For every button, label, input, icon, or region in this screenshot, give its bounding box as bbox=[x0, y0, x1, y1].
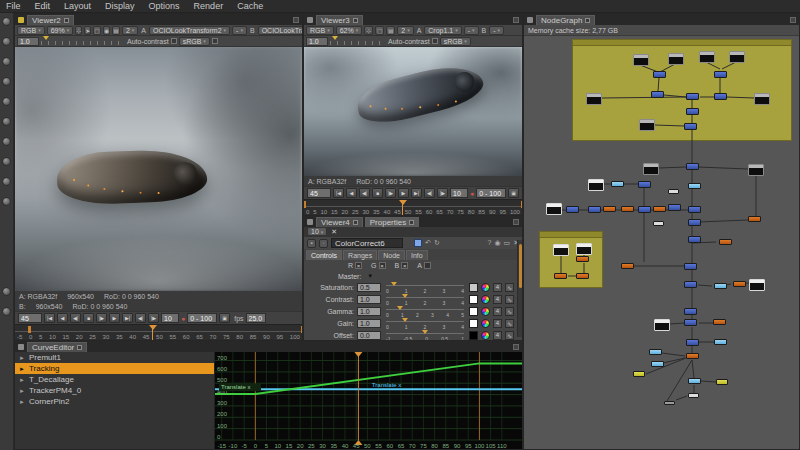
menu-layout[interactable]: Layout bbox=[64, 0, 91, 13]
split-channels-button[interactable]: 4 bbox=[493, 319, 502, 328]
tab-menu-icon[interactable] bbox=[77, 345, 82, 350]
transform-node-16[interactable] bbox=[686, 163, 699, 170]
tool-icon-11[interactable] bbox=[2, 287, 11, 296]
close-all-icon[interactable]: ✕ bbox=[331, 228, 337, 236]
channel-checkbox-b[interactable]: × bbox=[401, 262, 408, 269]
transform-node-35[interactable] bbox=[688, 236, 701, 243]
color-swatch[interactable] bbox=[469, 319, 478, 328]
a-input-dropdown[interactable]: OCIOLookTransform2▾ bbox=[149, 26, 230, 35]
transform-node-49[interactable] bbox=[684, 319, 697, 326]
tab-menu-icon[interactable] bbox=[409, 220, 414, 225]
tab-properties[interactable]: Properties bbox=[365, 217, 419, 227]
panel-float-icon[interactable] bbox=[513, 219, 519, 225]
slider-handle[interactable] bbox=[397, 306, 403, 310]
skip-forward-button[interactable]: |▶ bbox=[148, 313, 159, 323]
transform-node-33[interactable] bbox=[688, 219, 701, 226]
range-out-marker[interactable] bbox=[301, 326, 302, 333]
panel-float-icon[interactable] bbox=[513, 17, 519, 23]
channels-dropdown[interactable]: RGB▾ bbox=[17, 26, 45, 35]
expand-arrow-icon[interactable]: ► bbox=[19, 366, 25, 372]
transform-node-5[interactable] bbox=[653, 71, 666, 78]
viewer-lut-dropdown[interactable]: sRGB▾ bbox=[179, 37, 210, 46]
tab-menu-icon[interactable] bbox=[585, 18, 590, 23]
panel-float-icon[interactable] bbox=[790, 17, 796, 23]
dot-node-60[interactable] bbox=[688, 393, 699, 398]
tool-icon-12[interactable] bbox=[2, 307, 11, 316]
gl-color-swatch[interactable] bbox=[414, 239, 422, 247]
grade-node-29[interactable] bbox=[653, 206, 666, 212]
node-tab-ranges[interactable]: Ranges bbox=[343, 250, 377, 260]
slider-value-field[interactable] bbox=[357, 331, 381, 340]
roi-icon[interactable]: ▢ bbox=[93, 26, 101, 35]
last-frame-button[interactable]: ▶| bbox=[411, 188, 422, 198]
first-frame-button[interactable]: |◀ bbox=[44, 313, 55, 323]
auto-contrast-checkbox[interactable] bbox=[171, 38, 177, 44]
zoom-dropdown[interactable]: 62%▾ bbox=[336, 26, 363, 35]
transform-node-12[interactable] bbox=[686, 108, 699, 115]
revert-icon[interactable]: ↶ bbox=[425, 239, 431, 247]
viewer-node-59[interactable] bbox=[716, 379, 728, 385]
node-color-icon[interactable]: ▪ bbox=[307, 239, 316, 248]
zebra-icon[interactable]: ◉ bbox=[103, 26, 110, 35]
curve-list-item-premult1[interactable]: ►Premult1 bbox=[15, 352, 214, 363]
slider-handle[interactable] bbox=[391, 282, 397, 286]
prev-keyframe-button[interactable]: ◀ bbox=[57, 313, 68, 323]
frame-range-field[interactable] bbox=[476, 188, 506, 198]
panel-float-icon[interactable] bbox=[293, 17, 299, 23]
center-node-icon[interactable]: ◦ bbox=[319, 239, 328, 248]
curve-list-item-t_decallage[interactable]: ►T_Decallage bbox=[15, 374, 214, 385]
grade-node-34[interactable] bbox=[748, 216, 761, 222]
read-node-38[interactable] bbox=[576, 243, 592, 255]
menu-display[interactable]: Display bbox=[105, 0, 135, 13]
split-channels-button[interactable]: 4 bbox=[493, 307, 502, 316]
tool-icon-9[interactable] bbox=[2, 177, 11, 186]
tab-menu-icon[interactable] bbox=[353, 18, 358, 23]
transform-node-48[interactable] bbox=[684, 308, 697, 315]
tool-icon-8[interactable] bbox=[2, 157, 11, 166]
slider-handle[interactable] bbox=[402, 294, 408, 298]
read-node-13[interactable] bbox=[639, 119, 655, 131]
gain-field[interactable] bbox=[17, 37, 39, 46]
color-wheel-icon[interactable] bbox=[481, 319, 490, 328]
properties-scrollbar[interactable] bbox=[517, 240, 522, 337]
read-node-47[interactable] bbox=[749, 279, 765, 291]
transform-node-44[interactable] bbox=[684, 281, 697, 288]
frame-increment-field[interactable] bbox=[450, 188, 468, 198]
curve-list-item-tracking[interactable]: ►Tracking bbox=[15, 363, 214, 374]
playback-mode-icon[interactable]: ● bbox=[181, 315, 185, 322]
grade-node-27[interactable] bbox=[621, 206, 634, 212]
tab-curve-editor[interactable]: CurveEditor bbox=[27, 342, 87, 352]
read-node-15[interactable] bbox=[643, 163, 659, 175]
wipe-dropdown[interactable]: -▾ bbox=[464, 26, 479, 35]
color-wheel-icon[interactable] bbox=[481, 307, 490, 316]
read-node-18[interactable] bbox=[588, 179, 604, 191]
transform-node-24[interactable] bbox=[566, 206, 579, 213]
merge-node-19[interactable] bbox=[611, 181, 624, 187]
current-frame-field[interactable] bbox=[307, 188, 331, 198]
tool-icon-5[interactable] bbox=[2, 97, 11, 106]
read-node-50[interactable] bbox=[654, 319, 670, 331]
animation-menu-icon[interactable]: ∿ bbox=[505, 295, 514, 304]
slider-track[interactable]: -1-0.500.51 bbox=[384, 330, 466, 341]
grade-node-46[interactable] bbox=[733, 281, 746, 287]
tool-icon-3[interactable] bbox=[2, 57, 11, 66]
frame-increment-field[interactable] bbox=[161, 313, 179, 323]
lut-checkbox[interactable] bbox=[212, 38, 218, 44]
node-graph-canvas[interactable] bbox=[524, 36, 799, 449]
color-swatch[interactable] bbox=[469, 295, 478, 304]
proxy-icon[interactable]: ⊹ bbox=[75, 26, 82, 35]
transform-node-20[interactable] bbox=[638, 181, 651, 188]
menu-cache[interactable]: Cache bbox=[237, 0, 263, 13]
zoom-dropdown[interactable]: 69%▾ bbox=[47, 26, 74, 35]
merge-node-58[interactable] bbox=[688, 378, 701, 384]
menu-file[interactable]: File bbox=[6, 0, 21, 13]
input-number-dropdown[interactable]: 2▾ bbox=[397, 26, 413, 35]
grade-node-40[interactable] bbox=[554, 273, 567, 279]
color-wheel-icon[interactable] bbox=[481, 283, 490, 292]
tab-viewer4[interactable]: Viewer4 bbox=[316, 217, 363, 227]
node-tab-info[interactable]: Info bbox=[406, 250, 428, 260]
tab-node-graph[interactable]: NodeGraph bbox=[536, 15, 595, 25]
step-back-button[interactable]: ◀| bbox=[70, 313, 81, 323]
transform-node-28[interactable] bbox=[638, 206, 651, 213]
slider-handle[interactable] bbox=[402, 318, 408, 322]
